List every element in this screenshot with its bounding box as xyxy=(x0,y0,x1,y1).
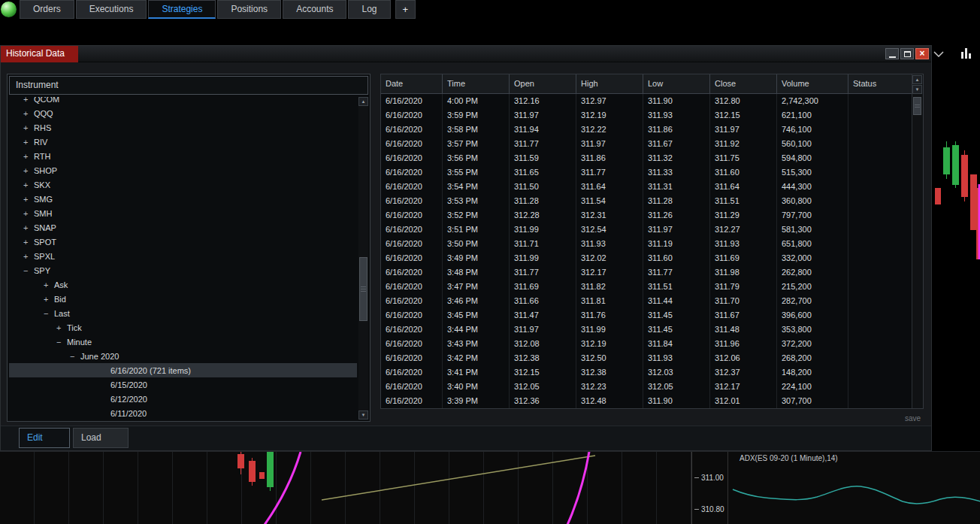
tree-item[interactable]: +QQQ xyxy=(9,106,357,120)
tree-item[interactable]: −Last xyxy=(9,306,357,320)
table-row[interactable]: 6/16/20203:44 PM311.97311.99311.45311.48… xyxy=(381,323,923,337)
tree-item[interactable]: +SKX xyxy=(9,177,357,192)
table-row[interactable]: 6/16/20203:50 PM311.71311.93311.19311.93… xyxy=(381,237,923,251)
instrument-header[interactable]: Instrument xyxy=(9,76,368,95)
table-row[interactable]: 6/16/20203:46 PM311.66311.81311.44311.70… xyxy=(381,294,923,308)
expand-icon[interactable]: + xyxy=(23,166,34,175)
tree-item[interactable]: 6/15/2020 xyxy=(9,377,357,392)
tab-load[interactable]: Load xyxy=(73,428,129,448)
expand-icon[interactable]: + xyxy=(23,123,34,132)
tab-orders[interactable]: Orders xyxy=(20,0,74,19)
tree-item[interactable]: +SPXL xyxy=(9,249,357,263)
tree-item[interactable]: +RTH xyxy=(9,149,357,163)
column-header-high[interactable]: High xyxy=(576,74,643,94)
titlebar[interactable]: Historical Data × xyxy=(1,46,931,62)
table-row[interactable]: 6/16/20203:55 PM311.65311.77311.33311.60… xyxy=(381,165,923,180)
expand-icon[interactable]: + xyxy=(56,323,67,332)
table-row[interactable]: 6/16/20203:45 PM311.47311.76311.45311.67… xyxy=(381,308,923,323)
tab-positions[interactable]: Positions xyxy=(217,0,281,19)
chevron-down-icon[interactable] xyxy=(930,47,947,60)
table-row[interactable]: 6/16/20203:58 PM311.94312.22311.86311.97… xyxy=(381,123,923,137)
scroll-up-button[interactable]: ▲ xyxy=(912,75,922,84)
table-row[interactable]: 6/16/20203:53 PM311.28311.54311.28311.51… xyxy=(381,194,923,208)
column-header-date[interactable]: Date xyxy=(381,74,443,94)
table-row[interactable]: 6/16/20203:54 PM311.50311.64311.31311.64… xyxy=(381,180,923,194)
save-link[interactable]: save xyxy=(905,414,921,423)
table-row[interactable]: 6/16/20204:00 PM312.16312.97311.90312.80… xyxy=(381,94,923,108)
table-row[interactable]: 6/16/20203:57 PM311.77311.97311.67311.92… xyxy=(381,137,923,151)
table-row[interactable]: 6/16/20203:43 PM312.08312.19311.84311.96… xyxy=(381,337,923,351)
tab-edit[interactable]: Edit xyxy=(19,428,70,448)
table-row[interactable]: 6/16/20203:41 PM312.15312.38312.03312.37… xyxy=(381,365,923,380)
tree-item[interactable]: +SMH xyxy=(9,206,357,220)
tree-item[interactable]: +Tick xyxy=(9,320,357,335)
table-cell: 311.90 xyxy=(643,394,710,408)
tree-item[interactable]: 6/16/2020 (721 items) xyxy=(9,363,357,377)
scroll-down-button[interactable]: ▼ xyxy=(358,410,368,420)
expand-icon[interactable]: + xyxy=(44,280,54,289)
table-scrollbar[interactable]: ▲ ▼ xyxy=(912,74,923,408)
tab-log[interactable]: Log xyxy=(348,0,390,19)
tree-item[interactable]: +QCOM xyxy=(9,97,357,106)
minimize-button[interactable] xyxy=(885,48,899,59)
close-button[interactable]: × xyxy=(915,48,929,59)
table-row[interactable]: 6/16/20203:51 PM311.99312.54311.97312.27… xyxy=(381,223,923,237)
tree-item[interactable]: −Minute xyxy=(9,335,357,349)
expand-icon[interactable]: + xyxy=(23,180,34,189)
expand-icon[interactable]: + xyxy=(23,152,34,161)
expand-icon[interactable]: + xyxy=(23,223,34,232)
tree-item[interactable]: +Bid xyxy=(9,292,357,306)
expand-icon[interactable]: + xyxy=(23,238,34,247)
column-header-status[interactable]: Status xyxy=(848,74,913,94)
collapse-icon[interactable]: − xyxy=(56,338,67,347)
tree-item[interactable]: +SPOT xyxy=(9,235,357,249)
collapse-icon[interactable]: − xyxy=(23,266,34,275)
scroll-down-button[interactable]: ▼ xyxy=(912,85,922,94)
tree-item[interactable]: +SNAP xyxy=(9,220,357,235)
tree-item[interactable]: +RHS xyxy=(9,120,357,135)
column-header-low[interactable]: Low xyxy=(643,74,710,94)
chart-bars-icon[interactable] xyxy=(959,47,975,60)
table-row[interactable]: 6/16/20203:49 PM311.99312.02311.60311.69… xyxy=(381,251,923,265)
column-header-open[interactable]: Open xyxy=(510,74,576,94)
table-row[interactable]: 6/16/20203:59 PM311.97312.19311.93312.15… xyxy=(381,108,923,123)
table-row[interactable]: 6/16/20203:40 PM312.05312.23312.05312.17… xyxy=(381,380,923,394)
tree-scrollbar[interactable]: ▲ ▼ xyxy=(358,97,368,420)
expand-icon[interactable]: + xyxy=(23,97,34,104)
collapse-icon[interactable]: − xyxy=(44,309,54,318)
tree-item[interactable]: 6/12/2020 xyxy=(9,392,357,406)
tree-item[interactable]: +SHOP xyxy=(9,163,357,177)
table-row[interactable]: 6/16/20203:42 PM312.38312.50311.93312.06… xyxy=(381,351,923,365)
expand-icon[interactable]: + xyxy=(23,195,34,204)
tree-item[interactable]: 6/11/2020 xyxy=(9,406,357,420)
expand-icon[interactable]: + xyxy=(23,138,34,147)
collapse-icon[interactable]: − xyxy=(70,352,80,361)
add-tab-button[interactable]: + xyxy=(395,0,416,19)
tab-strategies[interactable]: Strategies xyxy=(148,0,216,19)
maximize-button[interactable] xyxy=(900,48,914,59)
expand-icon[interactable]: + xyxy=(23,109,34,118)
column-header-close[interactable]: Close xyxy=(710,74,777,94)
table-row[interactable]: 6/16/20203:48 PM311.77312.17311.77311.98… xyxy=(381,265,923,280)
connection-status-orb[interactable] xyxy=(1,2,17,17)
expand-icon[interactable]: + xyxy=(23,209,34,218)
scrollbar-thumb[interactable] xyxy=(913,97,921,115)
table-cell: 311.84 xyxy=(643,337,710,351)
tab-accounts[interactable]: Accounts xyxy=(283,0,346,19)
table-row[interactable]: 6/16/20203:39 PM312.36312.48311.90312.01… xyxy=(381,394,923,408)
column-header-volume[interactable]: Volume xyxy=(777,74,848,94)
tree-item[interactable]: +Ask xyxy=(9,277,357,292)
expand-icon[interactable]: + xyxy=(44,295,54,304)
tree-item[interactable]: +SMG xyxy=(9,192,357,206)
scroll-up-button[interactable]: ▲ xyxy=(358,97,368,106)
tree-item[interactable]: +RIV xyxy=(9,135,357,149)
tree-item[interactable]: −June 2020 xyxy=(9,349,357,363)
table-row[interactable]: 6/16/20203:56 PM311.59311.86311.32311.75… xyxy=(381,151,923,165)
scrollbar-thumb[interactable] xyxy=(359,257,368,321)
table-row[interactable]: 6/16/20203:47 PM311.69311.82311.51311.79… xyxy=(381,280,923,294)
table-row[interactable]: 6/16/20203:52 PM312.28312.31311.26311.29… xyxy=(381,208,923,223)
tree-item[interactable]: −SPY xyxy=(9,263,357,277)
column-header-time[interactable]: Time xyxy=(443,74,510,94)
expand-icon[interactable]: + xyxy=(23,252,34,261)
tab-executions[interactable]: Executions xyxy=(76,0,147,19)
